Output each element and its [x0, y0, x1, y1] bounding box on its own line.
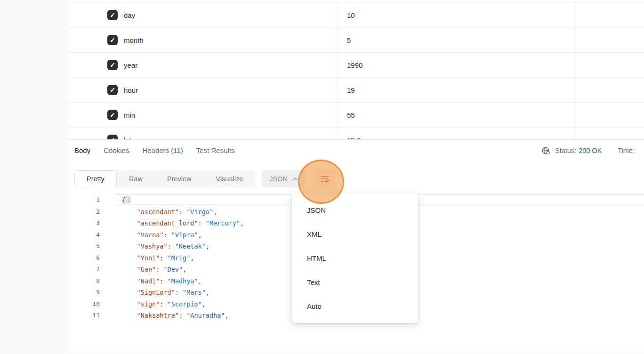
param-value-cell[interactable]: 10: [338, 3, 575, 27]
line-number: 3: [68, 217, 100, 229]
json-punctuation: :: [160, 300, 167, 308]
param-value-cell[interactable]: 19.0: [338, 128, 575, 139]
json-string: "Mercury": [206, 219, 240, 227]
param-key-cell[interactable]: month: [118, 28, 338, 52]
json-punctuation: [121, 242, 137, 250]
param-key: month: [124, 36, 144, 44]
tab-count-badge: (11): [171, 146, 183, 154]
format-option-html[interactable]: HTML: [292, 246, 418, 270]
network-globe-lock-icon[interactable]: [541, 146, 550, 155]
chevron-up-icon: [293, 177, 298, 181]
json-key: "Naksahtra": [137, 312, 179, 319]
view-tab-preview[interactable]: Preview: [155, 170, 204, 187]
view-tab-visualize[interactable]: Visualize: [203, 170, 255, 187]
checkmark-icon: ✓: [110, 36, 115, 44]
param-key-cell[interactable]: lat: [118, 128, 338, 139]
table-row: ✓min55: [68, 102, 644, 127]
param-key-cell[interactable]: day: [118, 3, 338, 27]
json-punctuation: :: [163, 231, 171, 239]
table-row: ✓month5: [68, 27, 644, 52]
json-punctuation: :: [156, 266, 163, 273]
row-checkbox[interactable]: ✓: [107, 135, 118, 139]
params-table: ✓day10✓month5✓year1990✓hour19✓min55✓lat1…: [68, 0, 644, 139]
line-content: "ascendant_lord": "Mercury",: [100, 217, 244, 229]
json-punctuation: :: [175, 289, 183, 296]
format-option-auto[interactable]: Auto: [292, 294, 418, 318]
tab-cookies[interactable]: Cookies: [104, 146, 129, 154]
checkmark-icon: ✓: [110, 11, 115, 19]
format-dropdown-button[interactable]: JSON: [262, 170, 306, 187]
param-key: year: [124, 61, 137, 69]
row-checkbox[interactable]: ✓: [107, 85, 118, 95]
param-value-cell[interactable]: 55: [338, 103, 575, 127]
tab-label: Cookies: [104, 146, 129, 154]
json-string: "Vipra": [171, 231, 198, 239]
json-punctuation: ,: [240, 219, 244, 227]
row-checkbox[interactable]: ✓: [107, 60, 118, 70]
json-string: "Scorpio": [168, 300, 202, 308]
row-checkbox[interactable]: ✓: [107, 10, 118, 20]
view-tab-raw[interactable]: Raw: [117, 170, 155, 187]
json-punctuation: ,: [198, 231, 202, 239]
line-number: 10: [68, 298, 100, 310]
json-key: "Yoni": [137, 254, 160, 262]
json-key: "Nadi": [137, 277, 160, 285]
json-punctuation: [121, 277, 137, 285]
checkmark-icon: ✓: [110, 111, 115, 119]
view-tab-pretty[interactable]: Pretty: [74, 170, 117, 187]
text-wrap-button[interactable]: [314, 169, 336, 188]
tab-test-results[interactable]: Test Results: [196, 146, 235, 154]
param-key-cell[interactable]: year: [118, 53, 338, 77]
json-key: "Varna": [137, 231, 164, 239]
param-key-cell[interactable]: min: [118, 103, 338, 127]
json-punctuation: ,: [190, 254, 194, 262]
json-string: "Mrig": [168, 254, 191, 262]
param-key: min: [124, 111, 135, 119]
tab-body[interactable]: Body: [74, 146, 90, 154]
json-punctuation: [121, 219, 137, 227]
param-key: hour: [124, 86, 138, 94]
json-punctuation: [121, 300, 137, 308]
line-number: 7: [68, 264, 100, 275]
json-punctuation: [121, 266, 137, 273]
param-value: 5: [347, 36, 351, 44]
line-number: 2: [68, 206, 100, 218]
row-checkbox[interactable]: ✓: [107, 35, 118, 45]
text-wrap-icon: [320, 175, 330, 183]
line-content: {: [100, 194, 130, 206]
param-extra-cell: [575, 3, 644, 27]
param-value-cell[interactable]: 19: [338, 78, 575, 102]
json-key: "ascendant": [137, 208, 179, 216]
param-value: 19: [347, 86, 355, 94]
json-punctuation: ,: [225, 312, 228, 319]
json-key: "Vashya": [137, 242, 168, 250]
json-punctuation: [121, 289, 137, 296]
json-punctuation: ,: [198, 277, 202, 285]
line-content: "ascendant": "Virgo",: [100, 206, 217, 218]
format-option-text[interactable]: Text: [292, 270, 418, 294]
table-row: ✓lat19.0: [68, 127, 644, 139]
param-extra-cell: [575, 78, 644, 102]
json-key: "SignLord": [137, 289, 175, 296]
param-extra-cell: [575, 128, 644, 139]
response-toolbar: PrettyRawPreviewVisualize JSON: [74, 169, 644, 188]
line-content: "Varna": "Vipra",: [100, 229, 202, 241]
line-content: "Naksahtra": "Anuradha",: [100, 310, 229, 322]
json-punctuation: :: [160, 277, 167, 285]
format-option-xml[interactable]: XML: [292, 222, 418, 246]
json-punctuation: ,: [213, 208, 217, 216]
param-key-cell[interactable]: hour: [118, 78, 338, 102]
json-punctuation: :: [179, 208, 186, 216]
tab-label: Test Results: [196, 146, 235, 154]
postman-response-view: ✓day10✓month5✓year1990✓hour19✓min55✓lat1…: [0, 0, 644, 354]
param-value-cell[interactable]: 1990: [338, 53, 575, 77]
line-number: 4: [68, 229, 100, 241]
row-checkbox[interactable]: ✓: [107, 110, 118, 120]
tab-headers[interactable]: Headers (11): [142, 146, 183, 154]
format-option-json[interactable]: JSON: [292, 198, 418, 222]
json-punctuation: [121, 312, 137, 319]
param-extra-cell: [575, 53, 644, 77]
json-key: "ascendant_lord": [137, 219, 198, 227]
param-value-cell[interactable]: 5: [338, 28, 575, 52]
json-string: "Dev": [163, 266, 183, 273]
